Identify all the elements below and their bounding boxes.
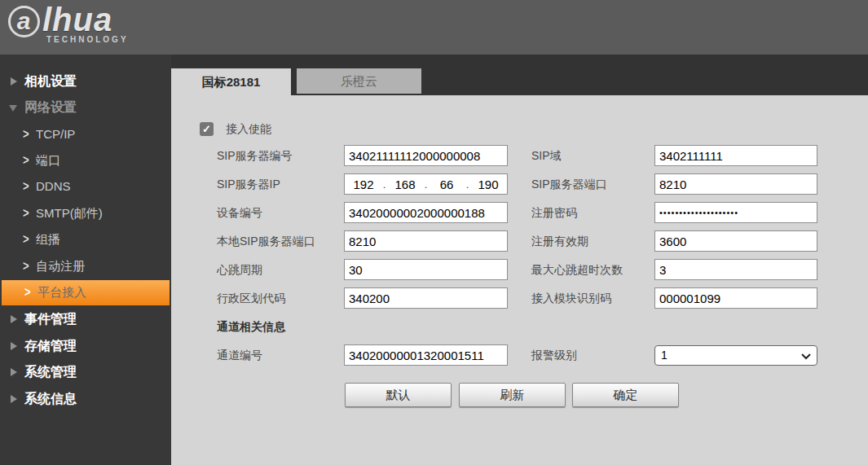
triangle-right-icon [11,77,17,86]
admin-region-code-input[interactable] [344,287,508,309]
chevron-right-icon: > [23,252,29,281]
sidebar-item-ddns[interactable]: > DDNS [0,174,171,199]
sip-server-ip-label: SIP服务器IP [217,173,280,195]
sidebar-item-system-info[interactable]: 系统信息 [0,387,171,411]
refresh-button[interactable]: 刷新 [459,383,566,407]
sidebar-item-tcpip[interactable]: > TCP/IP [0,122,171,147]
sidebar-item-label: 自动注册 [36,254,85,279]
sidebar-item-network-settings[interactable]: 网络设置 [0,95,171,120]
logo-wordmark: alhua [8,2,129,37]
enable-checkbox[interactable]: ✓ [200,122,214,136]
chevron-right-icon: > [23,199,29,228]
sidebar-item-label: 平台接入 [37,280,86,305]
logo-a-ring: a [8,6,40,37]
sidebar: 相机设置 网络设置 > TCP/IP > 端口 > DDNS > SMTP(邮件… [0,55,171,465]
register-validity-input[interactable] [654,230,817,252]
admin-region-code-label: 行政区划代码 [217,287,285,309]
ip-octet-1[interactable]: 192 [345,178,382,191]
sidebar-item-label: 存储管理 [24,334,77,358]
sidebar-item-port[interactable]: > 端口 [0,148,171,173]
heartbeat-period-label: 心跳周期 [217,259,262,280]
sidebar-item-system-management[interactable]: 系统管理 [0,360,171,384]
tab-strip: 国标28181 乐橙云 [171,55,868,95]
max-heartbeat-timeout-label: 最大心跳超时次数 [531,259,623,280]
logo-rest: lhua [42,2,112,37]
enable-label: 接入使能 [226,122,271,136]
sip-server-port-input[interactable] [654,173,817,195]
access-module-id-label: 接入模块识别码 [531,287,611,309]
chevron-right-icon: > [23,225,29,254]
alarm-level-select[interactable]: 1 [654,345,817,366]
device-id-label: 设备编号 [217,202,262,223]
main-content: ✓ 接入使能 SIP服务器编号 SIP域 SIP服务器IP 192 . 168 … [171,95,868,465]
sip-server-id-label: SIP服务器编号 [217,145,293,166]
ip-octet-4[interactable]: 190 [469,178,507,191]
triangle-right-icon [11,315,17,323]
confirm-button[interactable]: 确定 [572,383,679,407]
sidebar-item-label: 事件管理 [24,307,77,331]
sip-domain-input[interactable] [654,145,817,166]
sidebar-item-label: SMTP(邮件) [36,201,103,226]
sip-server-ip-input[interactable]: 192 . 168 . 66 . 190 [344,173,508,195]
sidebar-item-label: 系统管理 [24,360,77,384]
channel-id-input[interactable] [344,344,508,366]
sip-domain-label: SIP域 [531,145,562,166]
alarm-level-label: 报警级别 [531,344,577,366]
sidebar-item-event-management[interactable]: 事件管理 [0,307,171,331]
access-module-id-input[interactable] [654,287,817,309]
sidebar-item-label: 组播 [36,227,60,252]
header-bar: alhua TECHNOLOGY [0,0,868,55]
alarm-level-value: 1 [661,349,668,362]
sidebar-item-label: 端口 [36,148,60,173]
max-heartbeat-timeout-input[interactable] [654,259,817,280]
sip-server-port-label: SIP服务器端口 [531,173,607,195]
sidebar-item-storage-management[interactable]: 存储管理 [0,334,171,358]
ip-octet-2[interactable]: 168 [386,178,424,191]
triangle-down-icon [9,105,17,112]
local-sip-port-input[interactable] [344,230,508,252]
register-password-label: 注册密码 [531,202,577,223]
chevron-down-icon [801,353,811,360]
default-button[interactable]: 默认 [345,383,452,407]
chevron-right-icon: > [23,172,29,201]
sidebar-item-label: 系统信息 [24,387,77,411]
chevron-right-icon: > [23,120,29,149]
channel-id-label: 通道编号 [217,344,262,366]
dahua-logo: alhua TECHNOLOGY [8,2,129,44]
channel-section-header: 通道相关信息 [217,320,285,335]
local-sip-port-label: 本地SIP服务器端口 [217,230,315,252]
sidebar-item-camera-settings[interactable]: 相机设置 [0,69,171,94]
tab-lechengyun[interactable]: 乐橙云 [297,68,421,94]
register-validity-label: 注册有效期 [531,230,588,252]
sidebar-item-auto-register[interactable]: > 自动注册 [0,254,171,279]
sidebar-item-multicast[interactable]: > 组播 [0,227,171,252]
sidebar-item-label: DDNS [36,174,71,199]
chevron-right-icon: > [23,146,29,175]
sip-server-id-input[interactable] [344,145,508,166]
heartbeat-period-input[interactable] [344,259,508,280]
chevron-right-icon: > [24,278,31,307]
triangle-right-icon [11,395,17,403]
logo-tagline: TECHNOLOGY [46,35,129,44]
triangle-right-icon [11,342,17,350]
triangle-right-icon [11,368,17,376]
tab-gb28181[interactable]: 国标28181 [171,68,291,95]
sidebar-item-label: 网络设置 [24,95,77,120]
sidebar-item-label: 相机设置 [24,69,77,94]
sidebar-item-platform-access[interactable]: > 平台接入 [2,280,170,305]
ip-octet-3[interactable]: 66 [428,178,465,191]
device-id-input[interactable] [344,202,508,223]
sidebar-item-label: TCP/IP [36,122,75,147]
sidebar-item-smtp[interactable]: > SMTP(邮件) [0,201,171,226]
register-password-input[interactable] [654,202,817,223]
